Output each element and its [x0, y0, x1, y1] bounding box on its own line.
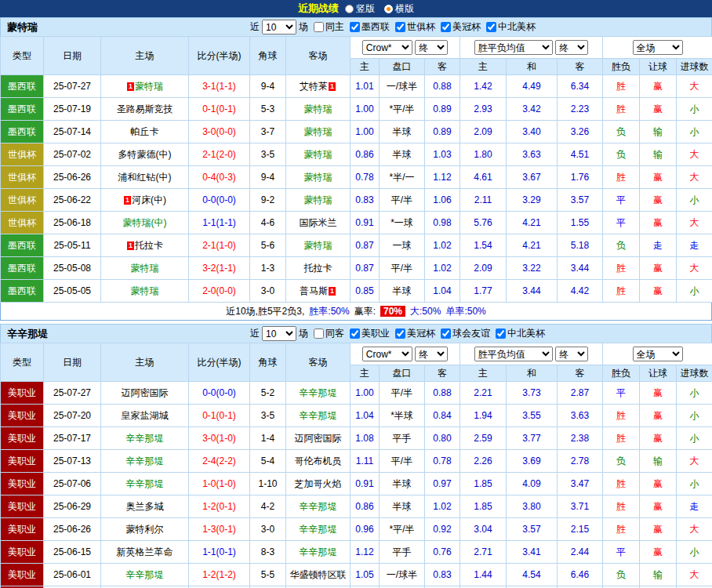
home-team-cell[interactable]: 辛辛那堤: [101, 564, 189, 586]
away-team-cell[interactable]: 辛辛那堤: [286, 382, 351, 405]
away-team-cell[interactable]: 辛辛那堤: [286, 541, 351, 564]
filter-checkbox[interactable]: 世俱杯: [395, 20, 435, 34]
filter-controls: 近 10 场 同主墨西联世俱杯美冠杯中北美杯: [250, 20, 536, 34]
away-team-cell[interactable]: 华盛顿特区联: [286, 564, 351, 586]
home-team-cell[interactable]: 辛辛那堤: [101, 427, 189, 450]
euro-avg-select[interactable]: 胜平负均值: [474, 40, 553, 55]
away-team-cell[interactable]: 普马斯1: [286, 280, 351, 303]
match-row: 美职业25-07-06辛辛那堤1-0(1-0)1-10芝加哥火焰0.91半球0.…: [1, 473, 712, 495]
match-count-select[interactable]: 10: [262, 20, 296, 34]
euro-draw-odds: 4.21: [507, 212, 558, 234]
match-count-select[interactable]: 10: [262, 326, 296, 341]
match-score: 2-1(2-0): [189, 143, 250, 166]
home-team-cell[interactable]: 1蒙特瑞: [101, 75, 189, 98]
layout-radio-option[interactable]: 横版: [384, 2, 414, 16]
euro-final-select[interactable]: 终: [555, 347, 588, 361]
home-team-cell[interactable]: 皇家盐湖城: [101, 405, 189, 427]
result-wdl: 胜: [603, 280, 640, 303]
away-team-cell[interactable]: 蒙特瑞: [286, 143, 351, 166]
checkbox-input[interactable]: [350, 328, 360, 339]
checkbox-input[interactable]: [395, 328, 405, 339]
euro-home-odds: 3.04: [460, 518, 507, 541]
checkbox-input[interactable]: [441, 22, 451, 32]
team-name-text: 蒙特瑞: [304, 103, 332, 114]
filter-checkbox[interactable]: 美冠杯: [441, 20, 481, 34]
league-badge: 美职业: [1, 473, 44, 495]
result-handicap: 赢: [640, 75, 677, 98]
summary-text: 赢率:: [354, 305, 376, 318]
corner-count: 4-6: [250, 212, 286, 234]
checkbox-input[interactable]: [441, 328, 451, 339]
away-team-cell[interactable]: 辛辛那堤: [286, 518, 351, 541]
home-team-cell[interactable]: 蒙特瑞(中): [101, 212, 189, 234]
match-row: 美职业25-06-26蒙特利尔1-3(0-1)3-0辛辛那堤0.96*平/半0.…: [1, 518, 712, 541]
home-team-cell[interactable]: 蒙特利尔: [101, 518, 189, 541]
away-team-cell[interactable]: 蒙特瑞: [286, 121, 351, 143]
team-name-text: 蒙特瑞: [131, 285, 159, 296]
scope-select[interactable]: 全场: [633, 347, 683, 361]
corner-count: 5-5: [250, 564, 286, 586]
team-title: 辛辛那堤: [7, 327, 48, 341]
euro-avg-select[interactable]: 胜平负均值: [474, 347, 553, 361]
away-team-cell[interactable]: 蒙特瑞: [286, 189, 351, 212]
away-team-cell[interactable]: 辛辛那堤: [286, 495, 351, 518]
euro-draw-odds: 3.55: [507, 405, 558, 427]
result-goals: 小: [677, 98, 712, 121]
result-goals: 大: [677, 518, 712, 541]
euro-final-select[interactable]: 终: [555, 40, 588, 55]
checkbox-input[interactable]: [496, 328, 506, 339]
home-team-cell[interactable]: 多特蒙德(中): [101, 143, 189, 166]
home-team-cell[interactable]: 迈阿密国际: [101, 382, 189, 405]
odds-company-select[interactable]: Crow*: [362, 40, 412, 55]
filter-checkbox[interactable]: 墨西联: [350, 20, 390, 34]
filter-checkbox[interactable]: 美职业: [350, 327, 390, 340]
away-team-cell[interactable]: 哥伦布机员: [286, 450, 351, 473]
away-team-cell[interactable]: 国际米兰: [286, 212, 351, 234]
euro-draw-odds: 3.69: [507, 450, 558, 473]
team-name-text: 迈阿密国际: [122, 387, 169, 398]
away-team-cell[interactable]: 托拉卡: [286, 257, 351, 280]
checkbox-input[interactable]: [395, 22, 405, 32]
checkbox-input[interactable]: [314, 22, 324, 32]
home-team-cell[interactable]: 浦和红钻(中): [101, 166, 189, 189]
away-team-cell[interactable]: 蒙特瑞: [286, 234, 351, 257]
home-team-cell[interactable]: 蒙特瑞: [101, 280, 189, 303]
asia-away-odds: 0.89: [425, 98, 460, 121]
checkbox-input[interactable]: [486, 22, 496, 32]
home-team-cell[interactable]: 辛辛那堤: [101, 450, 189, 473]
away-team-cell[interactable]: 迈阿密国际: [286, 427, 351, 450]
filter-checkbox[interactable]: 球会友谊: [441, 327, 490, 340]
euro-away-odds: 3.44: [558, 257, 603, 280]
team-name-text: 圣路易斯竞技: [117, 103, 173, 114]
away-team-cell[interactable]: 芝加哥火焰: [286, 473, 351, 495]
home-team-cell[interactable]: 奥兰多城: [101, 495, 189, 518]
result-goals: 走: [677, 234, 712, 257]
away-team-cell[interactable]: 辛辛那堤: [286, 405, 351, 427]
layout-radio-option[interactable]: 竖版: [345, 2, 375, 16]
away-team-cell[interactable]: 蒙特瑞: [286, 166, 351, 189]
odds-company-select[interactable]: Crow*: [362, 347, 412, 361]
home-team-cell[interactable]: 圣路易斯竞技: [101, 98, 189, 121]
home-team-cell[interactable]: 新英格兰革命: [101, 541, 189, 564]
home-team-cell[interactable]: 1托拉卡: [101, 234, 189, 257]
col-corner: 角球: [250, 343, 286, 382]
home-team-cell[interactable]: 帕丘卡: [101, 121, 189, 143]
checkbox-input[interactable]: [350, 22, 360, 32]
asia-away-odds: 0.78: [425, 450, 460, 473]
scope-select[interactable]: 全场: [633, 40, 683, 55]
result-wdl: 平: [603, 541, 640, 564]
asia-final-select[interactable]: 终: [415, 347, 448, 361]
filter-checkbox[interactable]: 中北美杯: [496, 327, 545, 340]
asia-final-select[interactable]: 终: [415, 40, 448, 55]
away-team-cell[interactable]: 蒙特瑞: [286, 98, 351, 121]
home-team-cell[interactable]: 蒙特瑞: [101, 257, 189, 280]
filter-checkbox[interactable]: 同主: [314, 20, 344, 34]
filter-checkbox[interactable]: 美冠杯: [395, 327, 435, 340]
checkbox-input[interactable]: [314, 328, 324, 339]
filter-checkbox[interactable]: 同客: [314, 327, 344, 340]
home-team-cell[interactable]: 辛辛那堤: [101, 473, 189, 495]
filter-checkbox[interactable]: 中北美杯: [486, 20, 536, 34]
home-team-cell[interactable]: 1河床(中): [101, 189, 189, 212]
away-team-cell[interactable]: 艾特莱1: [286, 75, 351, 98]
team-name-text: 蒙特瑞(中): [123, 217, 167, 228]
